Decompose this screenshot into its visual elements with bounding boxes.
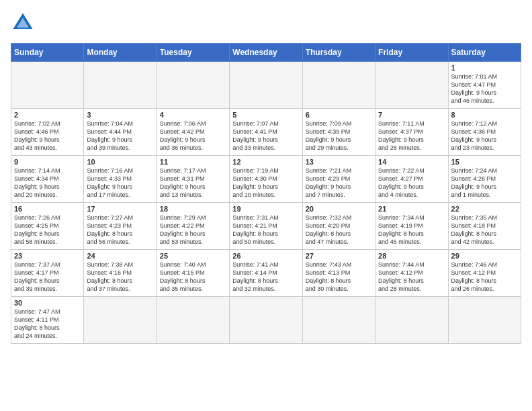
logo [11, 11, 38, 35]
calendar-week-row: 30Sunrise: 7:47 AMSunset: 4:11 PMDayligh… [11, 297, 521, 344]
day-info: Sunrise: 7:34 AMSunset: 4:19 PMDaylight:… [378, 214, 445, 246]
day-number: 23 [14, 252, 81, 260]
day-info: Sunrise: 7:14 AMSunset: 4:34 PMDaylight:… [14, 167, 81, 199]
day-number: 10 [87, 158, 153, 166]
day-number: 13 [306, 158, 372, 166]
calendar-day-cell [84, 297, 157, 344]
day-info: Sunrise: 7:27 AMSunset: 4:23 PMDaylight:… [87, 214, 153, 246]
day-number: 4 [160, 111, 226, 119]
day-info: Sunrise: 7:41 AMSunset: 4:14 PMDaylight:… [232, 261, 299, 293]
calendar-day-cell: 24Sunrise: 7:38 AMSunset: 4:16 PMDayligh… [84, 250, 157, 297]
weekday-header-friday: Friday [375, 44, 448, 62]
day-info: Sunrise: 7:16 AMSunset: 4:33 PMDaylight:… [87, 167, 153, 199]
calendar-day-cell [230, 297, 302, 344]
day-number: 14 [378, 158, 445, 166]
day-info: Sunrise: 7:17 AMSunset: 4:31 PMDaylight:… [160, 167, 226, 199]
day-number: 19 [232, 205, 299, 213]
day-info: Sunrise: 7:19 AMSunset: 4:30 PMDaylight:… [232, 167, 299, 199]
calendar-day-cell [230, 62, 302, 109]
day-info: Sunrise: 7:29 AMSunset: 4:22 PMDaylight:… [160, 214, 226, 246]
day-info: Sunrise: 7:06 AMSunset: 4:42 PMDaylight:… [160, 120, 226, 152]
calendar-table: SundayMondayTuesdayWednesdayThursdayFrid… [11, 43, 521, 344]
calendar-day-cell [302, 297, 375, 344]
calendar-day-cell [448, 297, 521, 344]
calendar-day-cell: 14Sunrise: 7:22 AMSunset: 4:27 PMDayligh… [375, 156, 448, 203]
day-number: 22 [451, 205, 518, 213]
day-number: 17 [87, 205, 153, 213]
logo-icon [11, 11, 35, 35]
calendar-day-cell: 19Sunrise: 7:31 AMSunset: 4:21 PMDayligh… [230, 203, 302, 250]
calendar-day-cell: 11Sunrise: 7:17 AMSunset: 4:31 PMDayligh… [157, 156, 229, 203]
day-info: Sunrise: 7:32 AMSunset: 4:20 PMDaylight:… [306, 214, 372, 246]
weekday-header-wednesday: Wednesday [230, 44, 302, 62]
day-number: 18 [160, 205, 226, 213]
day-info: Sunrise: 7:22 AMSunset: 4:27 PMDaylight:… [378, 167, 445, 199]
day-info: Sunrise: 7:01 AMSunset: 4:47 PMDaylight:… [451, 73, 518, 105]
day-number: 6 [306, 111, 372, 119]
calendar-day-cell [11, 62, 84, 109]
calendar-day-cell: 22Sunrise: 7:35 AMSunset: 4:18 PMDayligh… [448, 203, 521, 250]
calendar-day-cell: 9Sunrise: 7:14 AMSunset: 4:34 PMDaylight… [11, 156, 84, 203]
calendar-week-row: 9Sunrise: 7:14 AMSunset: 4:34 PMDaylight… [11, 156, 521, 203]
day-number: 15 [451, 158, 518, 166]
day-info: Sunrise: 7:21 AMSunset: 4:29 PMDaylight:… [306, 167, 372, 199]
day-number: 9 [14, 158, 81, 166]
day-info: Sunrise: 7:07 AMSunset: 4:41 PMDaylight:… [232, 120, 299, 152]
calendar-day-cell: 12Sunrise: 7:19 AMSunset: 4:30 PMDayligh… [230, 156, 302, 203]
page-header [11, 11, 521, 35]
day-info: Sunrise: 7:37 AMSunset: 4:17 PMDaylight:… [14, 261, 81, 293]
calendar-day-cell [157, 62, 229, 109]
day-info: Sunrise: 7:43 AMSunset: 4:13 PMDaylight:… [306, 261, 372, 293]
calendar-day-cell [375, 297, 448, 344]
day-info: Sunrise: 7:35 AMSunset: 4:18 PMDaylight:… [451, 214, 518, 246]
calendar-day-cell: 30Sunrise: 7:47 AMSunset: 4:11 PMDayligh… [11, 297, 84, 344]
day-number: 2 [14, 111, 81, 119]
weekday-header-saturday: Saturday [448, 44, 521, 62]
calendar-day-cell: 18Sunrise: 7:29 AMSunset: 4:22 PMDayligh… [157, 203, 229, 250]
day-info: Sunrise: 7:44 AMSunset: 4:12 PMDaylight:… [378, 261, 445, 293]
day-number: 29 [451, 252, 518, 260]
calendar-day-cell: 13Sunrise: 7:21 AMSunset: 4:29 PMDayligh… [302, 156, 375, 203]
calendar-day-cell: 16Sunrise: 7:26 AMSunset: 4:25 PMDayligh… [11, 203, 84, 250]
day-number: 5 [232, 111, 299, 119]
calendar-day-cell: 7Sunrise: 7:11 AMSunset: 4:37 PMDaylight… [375, 109, 448, 156]
calendar-day-cell: 6Sunrise: 7:09 AMSunset: 4:39 PMDaylight… [302, 109, 375, 156]
day-info: Sunrise: 7:04 AMSunset: 4:44 PMDaylight:… [87, 120, 153, 152]
day-number: 27 [306, 252, 372, 260]
day-number: 11 [160, 158, 226, 166]
calendar-day-cell: 23Sunrise: 7:37 AMSunset: 4:17 PMDayligh… [11, 250, 84, 297]
day-info: Sunrise: 7:11 AMSunset: 4:37 PMDaylight:… [378, 120, 445, 152]
day-info: Sunrise: 7:38 AMSunset: 4:16 PMDaylight:… [87, 261, 153, 293]
calendar-day-cell: 25Sunrise: 7:40 AMSunset: 4:15 PMDayligh… [157, 250, 229, 297]
day-info: Sunrise: 7:24 AMSunset: 4:26 PMDaylight:… [451, 167, 518, 199]
calendar-week-row: 23Sunrise: 7:37 AMSunset: 4:17 PMDayligh… [11, 250, 521, 297]
calendar-day-cell: 21Sunrise: 7:34 AMSunset: 4:19 PMDayligh… [375, 203, 448, 250]
calendar-week-row: 16Sunrise: 7:26 AMSunset: 4:25 PMDayligh… [11, 203, 521, 250]
day-number: 7 [378, 111, 445, 119]
calendar-day-cell: 28Sunrise: 7:44 AMSunset: 4:12 PMDayligh… [375, 250, 448, 297]
day-info: Sunrise: 7:12 AMSunset: 4:36 PMDaylight:… [451, 120, 518, 152]
calendar-day-cell: 17Sunrise: 7:27 AMSunset: 4:23 PMDayligh… [84, 203, 157, 250]
day-number: 26 [232, 252, 299, 260]
day-number: 1 [451, 64, 518, 72]
day-info: Sunrise: 7:31 AMSunset: 4:21 PMDaylight:… [232, 214, 299, 246]
day-number: 21 [378, 205, 445, 213]
day-info: Sunrise: 7:09 AMSunset: 4:39 PMDaylight:… [306, 120, 372, 152]
weekday-header-tuesday: Tuesday [157, 44, 229, 62]
calendar-week-row: 1Sunrise: 7:01 AMSunset: 4:47 PMDaylight… [11, 62, 521, 109]
calendar-day-cell: 3Sunrise: 7:04 AMSunset: 4:44 PMDaylight… [84, 109, 157, 156]
day-info: Sunrise: 7:46 AMSunset: 4:12 PMDaylight:… [451, 261, 518, 293]
weekday-header-thursday: Thursday [302, 44, 375, 62]
weekday-header-row: SundayMondayTuesdayWednesdayThursdayFrid… [11, 44, 521, 62]
weekday-header-monday: Monday [84, 44, 157, 62]
day-number: 28 [378, 252, 445, 260]
day-number: 16 [14, 205, 81, 213]
calendar-day-cell: 10Sunrise: 7:16 AMSunset: 4:33 PMDayligh… [84, 156, 157, 203]
day-number: 20 [306, 205, 372, 213]
day-number: 12 [232, 158, 299, 166]
calendar-day-cell: 26Sunrise: 7:41 AMSunset: 4:14 PMDayligh… [230, 250, 302, 297]
weekday-header-sunday: Sunday [11, 44, 84, 62]
calendar-body: 1Sunrise: 7:01 AMSunset: 4:47 PMDaylight… [11, 62, 521, 344]
day-info: Sunrise: 7:26 AMSunset: 4:25 PMDaylight:… [14, 214, 81, 246]
day-info: Sunrise: 7:47 AMSunset: 4:11 PMDaylight:… [14, 308, 81, 340]
